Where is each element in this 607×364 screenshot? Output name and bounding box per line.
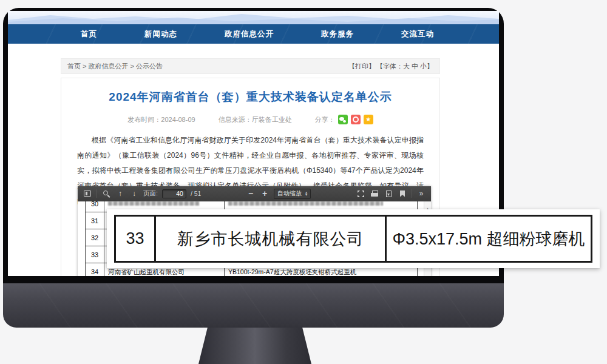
download-button[interactable]: [384, 188, 393, 199]
nav-item-news[interactable]: 新闻动态: [144, 29, 177, 39]
magnified-callout: 33 新乡市长城机械有限公司 Φ3.5x17.5m 超细粉球磨机: [107, 209, 600, 268]
monitor-chin: [3, 283, 504, 328]
next-page-button[interactable]: ↓: [129, 188, 139, 199]
bookmark-button[interactable]: [398, 188, 407, 199]
previous-page-button[interactable]: ↑: [115, 188, 125, 199]
main-nav: 首页 新闻动态 政府信息公开 政务服务 交流互动: [8, 24, 499, 44]
breadcrumb-bar: 首页 > 政府信息公开 > 公示公告 【打印】 【字体：大 中 小】: [61, 58, 440, 74]
select-caret-icon: ▴▾: [305, 191, 307, 197]
printer-icon: [371, 190, 378, 197]
share-label: 分享：: [315, 115, 335, 124]
row-number: 32: [85, 229, 104, 246]
toolbar-divider: [97, 189, 97, 198]
pdf-toolbar: ↑ ↓ 页面: / 51 − + 自动缩放 ▴▾: [78, 186, 431, 201]
info-source: 信息来源：厅装备工业处: [219, 115, 292, 124]
page-title: 2024年河南省首台（套）重大技术装备认定名单公示: [61, 89, 439, 105]
row-number: 31: [85, 212, 104, 229]
bookmark-icon: [400, 190, 405, 197]
page-label: 页面:: [143, 189, 158, 198]
zoom-out-button[interactable]: −: [246, 188, 256, 199]
more-tools-button[interactable]: »: [416, 188, 426, 199]
row-number: 33: [85, 246, 104, 263]
desktop-background: 首页 新闻动态 政府信息公开 政务服务 交流互动 首页 > 政府信息公开 > 公…: [0, 0, 607, 364]
weibo-icon[interactable]: [351, 115, 361, 124]
site-banner: [8, 11, 499, 24]
download-icon: [386, 190, 392, 197]
page-actions: 【打印】 【字体：大 中 小】: [348, 62, 433, 71]
callout-table: 33 新乡市长城机械有限公司 Φ3.5x17.5m 超细粉球磨机: [114, 215, 592, 263]
breadcrumb[interactable]: 首页 > 政府信息公开 > 公示公告: [67, 62, 163, 71]
nav-item-home[interactable]: 首页: [81, 29, 97, 39]
callout-row-number: 33: [116, 217, 156, 261]
qzone-star-icon[interactable]: ★: [364, 115, 373, 124]
article-meta: 发布时间：2024-08-09 信息来源：厅装备工业处 分享： ★: [61, 115, 439, 124]
page-number-input[interactable]: [162, 189, 186, 198]
zoom-in-button[interactable]: +: [260, 188, 270, 199]
nav-item-interaction[interactable]: 交流互动: [401, 29, 434, 39]
fullscreen-icon: [358, 190, 364, 197]
row-number: 30: [85, 201, 104, 212]
page-total: / 51: [191, 190, 202, 197]
row-number: 34: [85, 263, 104, 276]
publish-date: 发布时间：2024-08-09: [127, 115, 195, 124]
zoom-mode-select[interactable]: 自动缩放 ▴▾: [274, 189, 311, 199]
print-pdf-button[interactable]: [370, 188, 379, 199]
nav-item-gov-info[interactable]: 政府信息公开: [225, 29, 274, 39]
callout-product: Φ3.5x17.5m 超细粉球磨机: [387, 217, 591, 261]
font-size-switch[interactable]: 【字体：大 中 小】: [376, 62, 433, 71]
print-button[interactable]: 【打印】: [348, 62, 375, 71]
wechat-icon[interactable]: [338, 115, 348, 124]
nav-item-services[interactable]: 政务服务: [321, 29, 354, 39]
search-icon: [103, 190, 108, 195]
share-bar: 分享： ★: [315, 115, 373, 124]
presentation-mode-button[interactable]: [356, 188, 365, 199]
callout-company: 新乡市长城机械有限公司: [156, 217, 387, 261]
mountain-graphic: [8, 11, 499, 24]
monitor-stand: [198, 328, 311, 364]
toolbar-divider: [412, 189, 412, 198]
sidebar-toggle-button[interactable]: [83, 188, 92, 199]
find-button[interactable]: [101, 188, 111, 199]
zoom-mode-value: 自动缩放: [277, 189, 302, 198]
sidebar-icon: [84, 190, 91, 197]
